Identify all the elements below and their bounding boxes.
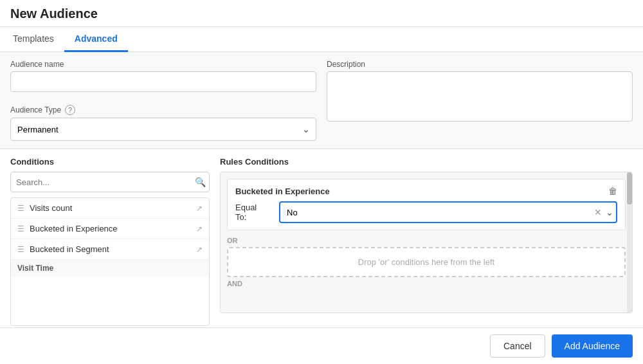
rule-input-wrapper: ✕ ⌄ [279,201,617,223]
audience-name-input[interactable] [10,71,316,92]
audience-type-label: Audience Type ? [10,105,316,115]
condition-item-bucketed-experience[interactable]: ☰ Bucketed in Experience ↗ [11,219,209,239]
rules-box: Bucketed in Experience 🗑 EqualTo: ✕ ⌄ [220,172,633,313]
rules-title: Rules Conditions [220,157,633,167]
tab-templates[interactable]: Templates [3,27,64,52]
form-left: Audience name Audience Type ? Permanent … [10,60,316,141]
scrollbar-track[interactable] [627,172,632,313]
add-audience-button[interactable]: Add Audience [552,334,633,358]
drag-handle-icon: ☰ [17,245,24,254]
external-link-icon[interactable]: ↗ [196,204,203,213]
condition-item-visits-count[interactable]: ☰ Visits count ↗ [11,198,209,219]
rule-card-title: Bucketed in Experience [235,187,330,196]
drop-zone[interactable]: Drop 'or' conditions here from the left [227,247,626,277]
external-link-icon[interactable]: ↗ [196,245,203,254]
drag-handle-icon: ☰ [17,224,24,233]
or-label: OR [227,237,626,244]
cancel-button[interactable]: Cancel [490,334,545,358]
audience-name-label: Audience name [10,60,316,69]
footer: Cancel Add Audience [0,327,643,364]
conditions-title: Conditions [10,157,210,167]
tab-advanced[interactable]: Advanced [64,27,128,52]
rules-panel: Rules Conditions Bucketed in Experience … [220,157,633,350]
description-label: Description [327,60,633,69]
condition-label: Bucketed in Segment [30,244,109,254]
condition-label: Bucketed in Experience [30,224,118,233]
rule-card-header: Bucketed in Experience 🗑 [235,186,617,196]
rule-card: Bucketed in Experience 🗑 EqualTo: ✕ ⌄ [227,179,626,230]
rule-row: EqualTo: ✕ ⌄ [235,201,617,223]
search-icon[interactable]: 🔍 [195,177,206,187]
condition-item-bucketed-segment[interactable]: ☰ Bucketed in Segment ↗ [11,239,209,260]
conditions-search-input[interactable] [10,172,210,192]
form-section: Audience name Audience Type ? Permanent … [0,52,643,149]
conditions-list: ☰ Visits count ↗ ☰ Bucketed in Experienc… [10,197,210,326]
page-title: New Audience [10,6,98,21]
conditions-panel: Conditions 🔍 ☰ Visits count ↗ ☰ Bucketed… [10,157,210,350]
search-box: 🔍 [10,172,210,192]
scrollbar-thumb [627,172,632,205]
external-link-icon[interactable]: ↗ [196,224,203,233]
and-section: AND [227,280,626,287]
or-section: OR Drop 'or' conditions here from the le… [227,237,626,277]
equal-to-label: EqualTo: [235,203,274,222]
rule-value-input[interactable] [279,201,617,223]
and-label: AND [227,280,626,287]
audience-type-select[interactable]: Permanent [10,118,316,141]
visit-time-section-header: Visit Time [11,260,209,277]
condition-label: Visits count [30,203,72,213]
main-content: Conditions 🔍 ☰ Visits count ↗ ☰ Bucketed… [0,149,643,358]
delete-icon[interactable]: 🗑 [608,186,617,196]
rule-input-actions: ✕ ⌄ [594,207,613,217]
tabs-bar: Templates Advanced [0,27,643,52]
drag-handle-icon: ☰ [17,204,24,213]
description-input[interactable] [327,71,633,122]
form-right: Description [327,60,633,141]
audience-type-select-wrapper: Permanent ⌄ [10,118,316,141]
audience-type-help-icon[interactable]: ? [65,105,75,115]
clear-icon[interactable]: ✕ [594,207,602,217]
page-header: New Audience [0,0,643,27]
dropdown-icon[interactable]: ⌄ [606,207,613,217]
